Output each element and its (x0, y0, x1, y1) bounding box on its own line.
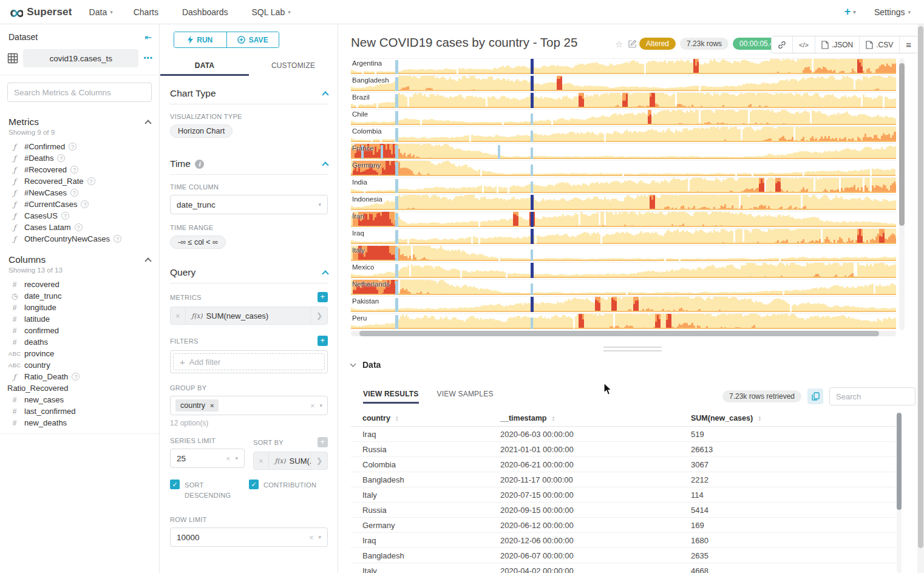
horizon-row[interactable]: Iraq (351, 228, 896, 244)
nav-menu-item[interactable]: Charts (134, 7, 161, 17)
help-icon[interactable]: ? (75, 223, 83, 231)
metric-item[interactable]: ƒ #Confirmed ? (0, 141, 159, 152)
metric-pill[interactable]: × ƒ(x) SUM(new_cases) ❯ (170, 307, 328, 325)
info-icon[interactable]: i (195, 160, 204, 169)
chevron-up-icon[interactable] (144, 257, 151, 264)
column-header-timestamp[interactable]: __timestamp▲▼ (500, 414, 691, 422)
horizon-row[interactable]: Argentina (351, 58, 896, 74)
horizon-row-canvas[interactable] (351, 297, 896, 312)
horizon-row[interactable]: Bangladesh (351, 75, 896, 91)
column-item[interactable]: ◷ date_trunc ? (0, 290, 159, 302)
horizon-row[interactable]: Mexico (351, 262, 896, 278)
time-column-select[interactable]: date_trunc ▾ (170, 195, 328, 214)
horizon-row[interactable]: Chile (351, 109, 896, 125)
column-item[interactable]: # recovered ? (0, 279, 159, 290)
sort-icon[interactable]: ▲▼ (551, 416, 555, 422)
page-scrollbar[interactable] (917, 24, 924, 573)
clear-icon[interactable]: × (310, 401, 315, 410)
tab-view-samples[interactable]: VIEW SAMPLES (437, 390, 494, 404)
nav-menu-item[interactable]: Data ▾ (89, 7, 113, 17)
clear-icon[interactable]: × (309, 533, 314, 542)
metric-item[interactable]: ƒ OtherCountryNewCases ? (0, 233, 159, 245)
column-item[interactable]: ƒ Ratio_Death ? (0, 371, 159, 382)
scrollbar-thumb[interactable] (899, 63, 905, 226)
metric-item[interactable]: ƒ #CurrentCases ? (0, 198, 159, 210)
dataset-name[interactable]: covid19.cases_ts (23, 49, 138, 67)
chevron-up-icon[interactable] (322, 91, 328, 98)
horizon-row-canvas[interactable] (351, 246, 896, 261)
data-section-header[interactable]: Data (351, 360, 381, 370)
add-filter-button[interactable]: + (318, 336, 328, 346)
expand-metric-icon[interactable]: ❯ (311, 307, 327, 324)
horizon-row[interactable]: Netherlands (351, 279, 896, 295)
horizon-row-canvas[interactable] (351, 110, 896, 125)
horizon-row-canvas[interactable] (351, 314, 896, 329)
horizon-row[interactable]: Italy (351, 245, 896, 261)
run-button[interactable]: RUN (174, 32, 226, 47)
chevron-up-icon[interactable] (144, 120, 151, 126)
horizon-row-canvas[interactable] (351, 195, 896, 210)
horizon-row-canvas[interactable] (351, 229, 896, 244)
metric-item[interactable]: ƒ #Deaths ? (0, 152, 159, 164)
column-item[interactable]: # latitude ? (0, 313, 159, 325)
altered-badge[interactable]: Altered (639, 38, 676, 50)
metric-item[interactable]: ƒ Cases Latam ? (0, 222, 159, 233)
horizon-row-canvas[interactable] (351, 280, 896, 295)
tab-customize[interactable]: CUSTOMIZE (249, 56, 338, 76)
chart-horizontal-scrollbar[interactable] (351, 331, 896, 336)
series-limit-select[interactable]: 25 × ▾ (170, 449, 245, 468)
column-item[interactable]: # new_cases ? (0, 394, 159, 405)
copy-data-button[interactable] (807, 388, 823, 404)
panel-resize-handle[interactable] (603, 347, 662, 354)
help-icon[interactable]: ? (114, 235, 121, 243)
tab-view-results[interactable]: VIEW RESULTS (363, 390, 419, 404)
chart-menu-button[interactable]: ≡ (900, 36, 917, 53)
horizon-row-canvas[interactable] (351, 161, 896, 176)
new-item-button[interactable]: + ▾ (844, 5, 856, 18)
horizon-row-canvas[interactable] (351, 59, 896, 74)
help-icon[interactable]: ? (69, 143, 76, 151)
sort-icon[interactable]: ▲▼ (758, 416, 761, 422)
help-icon[interactable]: ? (87, 177, 95, 185)
chart-vertical-scrollbar[interactable] (899, 58, 905, 330)
horizon-row-canvas[interactable] (351, 178, 896, 193)
save-button[interactable]: SAVE (226, 32, 279, 47)
column-item[interactable]: Ratio_Recovered ? (0, 382, 159, 394)
horizon-row[interactable]: Peru (351, 313, 896, 329)
column-header-country[interactable]: country▲▼ (351, 414, 500, 422)
help-icon[interactable]: ? (61, 212, 69, 220)
horizon-row[interactable]: France (351, 143, 896, 159)
help-icon[interactable]: ? (72, 373, 80, 381)
settings-menu[interactable]: Settings ▾ (874, 7, 911, 17)
viz-type-value[interactable]: Horizon Chart (170, 124, 233, 138)
horizon-row-canvas[interactable] (351, 212, 896, 227)
horizon-row[interactable]: Iran (351, 211, 896, 227)
group-by-select[interactable]: country × × ▾ (170, 396, 328, 415)
sort-descending-checkbox[interactable]: ✓ (170, 480, 180, 489)
time-range-value[interactable]: -∞ ≤ col < ∞ (170, 236, 226, 249)
add-sort-button[interactable]: + (318, 437, 328, 447)
horizon-row[interactable]: Brazil (351, 92, 896, 108)
metric-item[interactable]: ƒ Recovered_Rate ? (0, 175, 159, 187)
metric-item[interactable]: ƒ #Recovered ? (0, 164, 159, 175)
dataset-options-icon[interactable]: ••• (143, 54, 153, 63)
remove-metric-icon[interactable]: × (171, 307, 186, 324)
clear-icon[interactable]: × (226, 454, 231, 463)
column-item[interactable]: # new_deaths ? (0, 417, 159, 429)
table-vertical-scrollbar[interactable] (897, 413, 902, 573)
help-icon[interactable]: ? (70, 189, 78, 197)
help-icon[interactable]: ? (70, 166, 78, 174)
add-filter-dropzone[interactable]: + Add filter (173, 353, 325, 370)
row-limit-select[interactable]: 10000 × ▾ (170, 527, 328, 547)
horizon-row[interactable]: Pakistan (351, 296, 896, 312)
sort-by-pill[interactable]: × ƒ(x) SUM(... ❯ (253, 452, 328, 470)
edit-title-icon[interactable] (628, 39, 637, 50)
column-header-sum[interactable]: SUM(new_cases)▲▼ (691, 414, 873, 422)
metric-item[interactable]: ƒ #NewCases ? (0, 187, 159, 198)
nav-menu-item[interactable]: SQL Lab ▾ (251, 7, 290, 17)
horizon-row[interactable]: Indonesia (351, 194, 896, 210)
metric-item[interactable]: ƒ CasesUS ? (0, 210, 159, 222)
export-json-button[interactable]: .JSON (815, 36, 860, 53)
help-icon[interactable]: ? (57, 154, 65, 162)
copy-link-button[interactable] (772, 36, 793, 53)
